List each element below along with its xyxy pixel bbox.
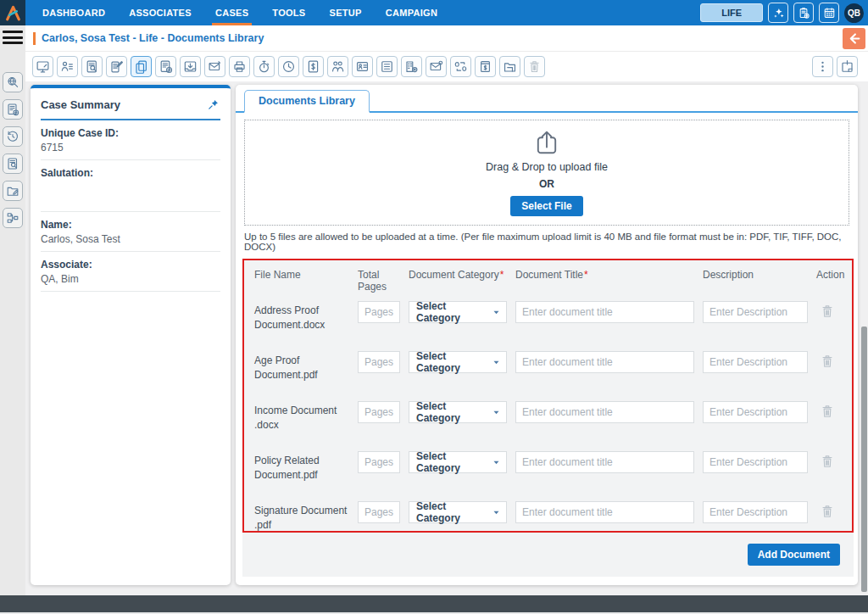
- document-add-icon[interactable]: [3, 99, 23, 120]
- caret-down-icon: [492, 408, 501, 417]
- note-pin-icon[interactable]: [837, 56, 858, 77]
- category-select[interactable]: Select Category: [409, 501, 507, 523]
- file-name: Signature Document .pdf: [254, 501, 349, 533]
- inbox-download-icon[interactable]: [180, 56, 201, 77]
- qb-badge[interactable]: QB: [844, 3, 864, 23]
- stopwatch-icon[interactable]: [253, 56, 275, 77]
- pending-documents-table: File NameTotal PagesDocument Category*Do…: [242, 259, 854, 533]
- category-select[interactable]: Select Category: [409, 351, 507, 373]
- document-row: Signature Document .pdf Select Category: [254, 493, 842, 531]
- delete-document-button[interactable]: [820, 451, 838, 472]
- document-title-input[interactable]: [515, 501, 694, 523]
- description-input[interactable]: [703, 401, 808, 423]
- document-add-icon[interactable]: [155, 56, 176, 77]
- document-dollar-icon[interactable]: [303, 56, 324, 77]
- page-title: Carlos, Sosa Test - Life - Documents Lib…: [42, 32, 264, 44]
- nav-item-setup[interactable]: SETUP: [318, 0, 374, 25]
- caret-down-icon: [492, 508, 501, 517]
- description-input[interactable]: [703, 301, 808, 323]
- list-icon[interactable]: [376, 56, 398, 77]
- documents-pen-icon[interactable]: [106, 56, 127, 77]
- total-pages-input[interactable]: [358, 401, 400, 423]
- case-field: Salutation:: [41, 160, 220, 212]
- total-pages-input[interactable]: [358, 501, 400, 523]
- doc-table-header: File NameTotal PagesDocument Category*Do…: [254, 265, 842, 293]
- folder-document-icon[interactable]: [499, 56, 520, 77]
- folder-edit-icon[interactable]: [3, 181, 23, 201]
- category-select-value: Select Category: [416, 300, 492, 324]
- add-document-button[interactable]: Add Document: [748, 544, 840, 566]
- total-pages-input[interactable]: [358, 301, 400, 323]
- id-card-icon[interactable]: [352, 56, 373, 77]
- document-title-input[interactable]: [515, 301, 694, 323]
- documents-copy-icon[interactable]: [131, 56, 152, 77]
- app-logo[interactable]: [0, 0, 25, 25]
- monitor-icon[interactable]: [32, 56, 53, 77]
- delete-document-button[interactable]: [820, 401, 838, 421]
- upload-icon: [532, 128, 561, 157]
- note-dollar-icon[interactable]: [475, 56, 496, 77]
- envelope-compose-icon[interactable]: [204, 56, 225, 77]
- delete-document-button[interactable]: [820, 301, 838, 321]
- pushpin-icon[interactable]: [207, 98, 220, 111]
- people-icon[interactable]: [327, 56, 348, 77]
- category-select[interactable]: Select Category: [409, 301, 507, 323]
- case-field-value: 6715: [41, 142, 220, 154]
- back-button[interactable]: [843, 28, 865, 49]
- search-globe-icon[interactable]: [3, 72, 23, 92]
- life-button[interactable]: LIFE: [700, 3, 763, 22]
- tab-documents-library[interactable]: Documents Library: [244, 90, 370, 113]
- nav-item-tools[interactable]: TOOLS: [260, 0, 317, 25]
- vertical-scrollbar[interactable]: [861, 327, 867, 592]
- document-search-icon[interactable]: [81, 56, 103, 77]
- total-pages-input[interactable]: [358, 451, 400, 473]
- tab-bar: Documents Library: [236, 85, 858, 113]
- delete-document-button[interactable]: [820, 501, 838, 522]
- case-field-label: Unique Case ID:: [41, 127, 220, 139]
- nav-item-associates[interactable]: ASSOCIATES: [117, 0, 203, 25]
- document-title-input[interactable]: [515, 351, 694, 373]
- column-header: Total Pages: [358, 269, 400, 293]
- clipboard-add-icon[interactable]: [793, 3, 814, 23]
- category-select-value: Select Category: [416, 350, 492, 374]
- dropzone-or-text: OR: [245, 178, 849, 190]
- building-gear-icon[interactable]: [401, 56, 422, 77]
- category-select-value: Select Category: [416, 450, 492, 474]
- user-details-icon[interactable]: [57, 56, 78, 77]
- sidebar-icon-group: [0, 72, 25, 228]
- case-summary-title: Case Summary: [41, 98, 120, 111]
- nav-item-cases[interactable]: CASES: [203, 0, 260, 25]
- hierarchy-icon[interactable]: [3, 208, 23, 228]
- category-select[interactable]: Select Category: [409, 401, 507, 423]
- file-name: Income Document .docx: [254, 401, 349, 433]
- document-search-icon[interactable]: [3, 154, 23, 174]
- clock-icon[interactable]: [278, 56, 299, 77]
- kebab-menu-icon[interactable]: [812, 56, 833, 77]
- case-summary-fields: Unique Case ID:6715Salutation:Name:Carlo…: [41, 120, 220, 292]
- category-select[interactable]: Select Category: [409, 451, 507, 473]
- upload-dropzone[interactable]: Drag & Drop to upload file OR Select Fil…: [244, 120, 849, 226]
- description-input[interactable]: [703, 501, 808, 523]
- nav-item-dashboard[interactable]: DASHBOARD: [31, 0, 117, 25]
- left-sidebar: [0, 25, 25, 595]
- sparkles-icon[interactable]: [768, 3, 788, 23]
- printer-icon[interactable]: [229, 56, 250, 77]
- history-icon[interactable]: [3, 126, 23, 147]
- envelope-tag-icon[interactable]: [426, 56, 447, 77]
- select-file-button[interactable]: Select File: [510, 196, 582, 216]
- description-input[interactable]: [703, 451, 808, 473]
- calendar-icon[interactable]: [819, 3, 839, 23]
- hamburger-menu-icon[interactable]: [3, 31, 23, 44]
- column-header: Action: [816, 269, 842, 281]
- person-link-icon[interactable]: [450, 56, 471, 77]
- document-title-input[interactable]: [515, 451, 694, 473]
- nav-item-campaign[interactable]: CAMPAIGN: [374, 0, 449, 25]
- description-input[interactable]: [703, 351, 808, 373]
- delete-document-button[interactable]: [820, 351, 838, 371]
- trash-icon[interactable]: [524, 56, 545, 77]
- column-header: Document Category*: [409, 269, 507, 281]
- total-pages-input[interactable]: [358, 351, 400, 373]
- document-title-input[interactable]: [515, 401, 694, 423]
- case-field: Unique Case ID:6715: [41, 120, 220, 160]
- app-window: { "nav": { "items": ["DASHBOARD", "ASSOC…: [0, 0, 868, 614]
